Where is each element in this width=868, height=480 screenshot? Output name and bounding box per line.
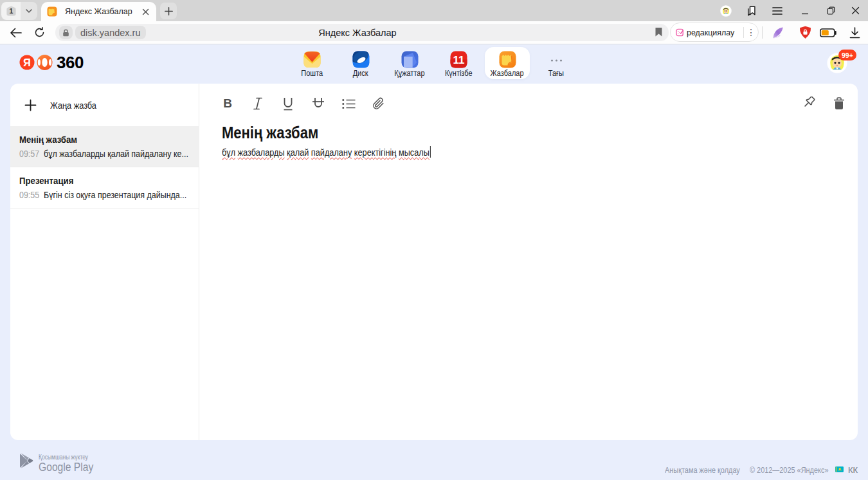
service-label: Күнтізбе [445, 69, 473, 78]
tab-strip-right-icons [712, 0, 867, 21]
service-notes-active[interactable]: Жазбалар [483, 44, 532, 84]
service-calendar[interactable]: 11 Күнтізбе [434, 44, 483, 84]
battery-button[interactable] [818, 21, 838, 44]
battery-icon [820, 28, 836, 37]
new-note-button[interactable]: Жаңа жазба [10, 84, 199, 126]
note-item-second-line: 09:57 бұл жазбаларды қалай пайдалану ке.… [19, 149, 174, 159]
spellchecked-word: мысалы [399, 147, 429, 158]
notes-icon [499, 51, 516, 68]
browser-menu-icon[interactable] [763, 6, 791, 15]
paperclip-icon [372, 97, 385, 111]
note-item-second-line: 09:55 Бүгін сіз оқуға презентация дайынд… [19, 190, 174, 200]
yandex360-logo[interactable]: Я 360 [19, 54, 84, 71]
svg-text:11: 11 [453, 54, 464, 66]
note-list-item-selected[interactable]: Менің жазбам 09:57 бұл жазбаларды қалай … [10, 126, 199, 167]
service-mail[interactable]: Пошта [287, 44, 336, 84]
attach-button[interactable] [368, 93, 390, 115]
tab-strip: 1 Яндекс Жазбалар [0, 0, 868, 21]
tab-counter[interactable]: 1 [1, 2, 21, 20]
bold-glyph: B [223, 97, 232, 111]
google-play-icon [19, 453, 33, 468]
bullet-list-button[interactable] [338, 93, 359, 115]
shield-lock-icon [799, 26, 811, 39]
note-body[interactable]: бұл жазбаларды қалай пайдалану керектігі… [222, 146, 431, 158]
delete-note-button[interactable] [828, 93, 850, 115]
italic-button[interactable] [247, 93, 269, 115]
spellchecked-word: жазбаларды [238, 147, 285, 158]
pin-icon [800, 97, 815, 111]
close-icon [851, 6, 860, 15]
service-docs[interactable]: Құжаттар [385, 44, 434, 84]
quill-icon [771, 26, 785, 40]
bold-button[interactable]: B [217, 93, 239, 115]
help-link[interactable]: Анықтама және қолдау [665, 465, 740, 475]
tab-count-badge: 1 [6, 6, 17, 16]
spellchecked-word: керектігінің [354, 147, 397, 158]
google-play-text: Қосымшаны жүктеу Google Play [39, 453, 102, 474]
spellchecked-word: пайдалану [311, 147, 352, 158]
browser-toolbar: disk.yandex.ru Яндекс Жазбалар редакциял… [0, 21, 868, 44]
active-tab[interactable]: Яндекс Жазбалар [41, 2, 156, 21]
editor-toolbar: B [200, 84, 858, 124]
docs-icon [401, 51, 419, 68]
bookmarks-panel-icon[interactable] [740, 5, 763, 17]
address-bar[interactable]: disk.yandex.ru Яндекс Жазбалар [55, 24, 669, 41]
strikethrough-button[interactable] [307, 93, 329, 115]
edit-extension-icon [676, 27, 684, 38]
service-disk[interactable]: Диск [336, 44, 385, 84]
language-code[interactable]: КК [848, 465, 858, 475]
window-close-button[interactable] [844, 6, 867, 15]
tab-list-chevron[interactable] [21, 2, 37, 20]
note-list-item[interactable]: Презентация 09:55 Бүгін сіз оқуға презен… [10, 167, 199, 208]
minimize-icon [801, 7, 809, 15]
trash-icon [833, 97, 845, 110]
note-title[interactable]: Менің жазбам [222, 124, 318, 142]
note-item-time: 09:57 [19, 149, 39, 159]
notes-sidebar: Жаңа жазба Менің жазбам 09:57 бұл жазбал… [10, 84, 199, 440]
service-more[interactable]: Тағы [532, 44, 581, 84]
extension-pill[interactable]: редакциялау ⋮ [670, 23, 759, 42]
text-caret [430, 146, 431, 158]
pin-note-button[interactable] [797, 93, 818, 115]
yandex-pro-quill-button[interactable] [768, 21, 788, 44]
service-label: Диск [353, 69, 368, 78]
service-label: Тағы [548, 69, 564, 78]
yandex-logo-icon: Я [19, 54, 53, 71]
protect-shield-button[interactable] [795, 21, 815, 44]
tab-group-control[interactable]: 1 [1, 2, 37, 20]
browser-profile-avatar[interactable] [712, 5, 740, 17]
note-item-snippet: Бүгін сіз оқуға презентация дайында... [44, 190, 186, 200]
spellchecked-word: қалай [287, 147, 309, 158]
toolbar-separator [762, 26, 763, 39]
svg-text:1: 1 [9, 7, 13, 15]
back-arrow-icon [10, 28, 22, 38]
services-nav: Пошта Диск [287, 44, 581, 84]
restore-icon [827, 6, 835, 15]
note-item-snippet: бұл жазбаларды қалай пайдалану ке... [44, 149, 188, 159]
downloads-button[interactable] [844, 21, 865, 44]
notifications-badge: 99+ [838, 50, 856, 60]
extension-menu-button[interactable]: ⋮ [744, 27, 758, 37]
back-button[interactable] [6, 21, 25, 44]
note-item-time: 09:55 [19, 190, 39, 200]
note-item-title: Презентация [19, 175, 73, 186]
underline-button[interactable] [277, 93, 299, 115]
tab-close-icon[interactable] [141, 8, 150, 16]
google-play-badge[interactable]: Қосымшаны жүктеу Google Play [19, 453, 102, 474]
tab-title: Яндекс Жазбалар [65, 7, 139, 16]
extension-label: редакциялау [687, 28, 734, 37]
italic-glyph [253, 97, 262, 110]
window-maximize-button[interactable] [818, 6, 844, 15]
yandex360-header: Я 360 Пошт [0, 44, 868, 84]
notes-app-card: Жаңа жазба Менің жазбам 09:57 бұл жазбал… [10, 84, 858, 440]
chevron-down-icon [25, 7, 33, 15]
plus-icon [24, 99, 37, 111]
bookmark-page-icon[interactable] [655, 27, 663, 40]
new-tab-button[interactable] [160, 3, 177, 19]
plus-icon [164, 6, 174, 16]
kazakhstan-flag-icon[interactable] [835, 466, 844, 473]
reload-icon [34, 27, 45, 38]
note-body-text: бұл жазбаларды қалай пайдалану керектігі… [222, 147, 429, 158]
window-minimize-button[interactable] [791, 7, 818, 15]
note-item-title: Менің жазбам [19, 134, 77, 145]
